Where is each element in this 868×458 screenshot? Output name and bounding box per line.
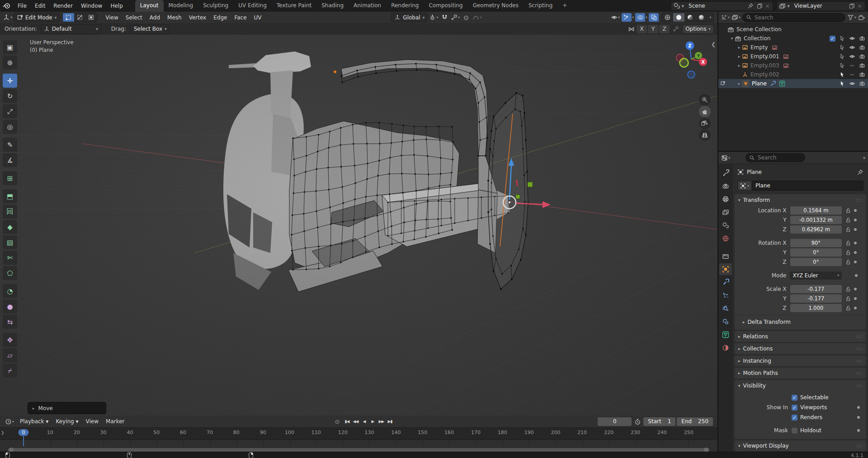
value-field[interactable]: 90° [790, 239, 842, 247]
value-field[interactable]: -0.177 [790, 294, 842, 303]
properties-tab-output[interactable] [719, 193, 732, 205]
show-gizmo-icon[interactable] [622, 13, 632, 22]
pivot-point-icon[interactable]: ▾ [428, 14, 439, 21]
pan-hand-button[interactable] [699, 106, 711, 117]
timeline-editor-icon[interactable]: ▾ [3, 418, 16, 425]
mirror-z-toggle[interactable]: Z [659, 25, 670, 33]
animate-dot-icon[interactable] [854, 209, 857, 212]
camera-view-button[interactable] [699, 117, 711, 129]
current-frame-field[interactable]: 0 [598, 417, 632, 426]
lock-icon[interactable] [845, 249, 851, 256]
extrude-region-tool[interactable]: ⬒ [3, 189, 17, 203]
properties-tab-object-data[interactable] [719, 329, 732, 341]
select-box-tool[interactable]: ▣ [3, 40, 17, 54]
outliner-item-label[interactable]: Collection [744, 35, 770, 42]
lock-icon[interactable] [845, 259, 851, 265]
transform-tool[interactable]: ◎ [3, 120, 17, 134]
lock-icon[interactable] [845, 286, 851, 292]
properties-tab-physics[interactable] [719, 303, 732, 314]
xray-toggle-icon[interactable] [649, 13, 659, 22]
animate-dot-icon[interactable] [857, 406, 860, 409]
expand-icon[interactable]: ▸ [736, 81, 742, 86]
viewport-menu-edge[interactable]: Edge [210, 14, 231, 21]
lock-icon[interactable] [845, 207, 851, 214]
visibility-panel-header[interactable]: ▾ Visibility ∷∷ [735, 381, 866, 391]
outliner-search[interactable]: Search [742, 13, 845, 22]
new-collection-icon[interactable] [858, 14, 866, 21]
workspace-tab-modeling[interactable]: Modeling [164, 0, 198, 12]
frame-end-field[interactable]: End250 [677, 417, 713, 426]
outliner-row-empty-002[interactable]: Empty.002 [718, 70, 868, 79]
mirror-x-toggle[interactable]: X [637, 25, 647, 33]
outliner-item-label[interactable]: Empty [750, 44, 768, 51]
shading-dropdown-icon[interactable]: ▾ [707, 13, 713, 22]
move-tool[interactable]: ✛ [3, 74, 17, 88]
modifier-wrench-icon[interactable] [770, 81, 776, 87]
drag-dots-icon[interactable]: ∷∷ [856, 444, 863, 449]
drag-dots-icon[interactable]: ∷∷ [856, 359, 863, 364]
play-reverse-button[interactable]: ◀ [360, 417, 368, 426]
properties-tab-collection[interactable] [719, 250, 732, 262]
animate-dot-icon[interactable] [854, 219, 857, 221]
mesh-data-icon[interactable] [779, 80, 785, 87]
drag-dots-icon[interactable]: ∷∷ [856, 371, 863, 376]
poly-build-tool[interactable]: ⬠ [3, 266, 17, 280]
animate-dot-icon[interactable] [857, 416, 860, 419]
outliner-row-collection[interactable]: ▾Collection✓ [718, 34, 868, 43]
value-field[interactable]: -0.001332 m [790, 216, 842, 224]
camera-visibility-icon[interactable] [859, 80, 865, 87]
camera-visibility-icon[interactable] [859, 44, 865, 51]
eye-closed-icon[interactable] [849, 62, 855, 69]
eye-icon[interactable] [849, 53, 855, 60]
header-options-icon[interactable]: ▾ [863, 155, 865, 160]
viewport-menu-face[interactable]: Face [231, 14, 250, 21]
region-collapse-icon[interactable]: ❮ [711, 41, 716, 47]
workspace-tab-sculpting[interactable]: Sculpting [198, 0, 233, 12]
outliner-row-empty-003[interactable]: ▸Empty.003 [718, 61, 868, 70]
workspace-tab-geometry-nodes[interactable]: Geometry Nodes [468, 0, 524, 12]
rotation-mode-dropdown[interactable]: XYZ Euler▾ [790, 271, 842, 280]
value-field[interactable]: 0.62962 m [790, 225, 842, 234]
viewport-menu-mesh[interactable]: Mesh [164, 14, 185, 21]
viewport-display-header[interactable]: ▾ Viewport Display ∷∷ [735, 441, 866, 451]
value-field[interactable]: 1.000 [790, 304, 842, 312]
pin-icon[interactable] [747, 3, 754, 9]
eye-closed-icon[interactable] [849, 71, 855, 78]
proportional-falloff-icon[interactable]: ▾ [471, 14, 483, 21]
outliner-item-label[interactable]: Empty.001 [750, 53, 779, 60]
outliner-item-label[interactable]: Empty.003 [750, 62, 779, 69]
lock-icon[interactable] [845, 226, 851, 233]
viewport-menu-select[interactable]: Select [122, 14, 146, 21]
lock-icon[interactable] [845, 305, 851, 311]
transform-orientation[interactable]: Global▾ [391, 13, 428, 22]
shear-tool[interactable]: ▱ [3, 348, 17, 362]
viewport-menu-view[interactable]: View [102, 14, 122, 21]
scene-name[interactable]: Scene [685, 3, 746, 9]
object-name-field[interactable]: ▾ Plane [737, 181, 863, 191]
menu-file[interactable]: File [14, 0, 31, 12]
options-dropdown[interactable]: Options▾ [682, 24, 714, 34]
renders-checkbox[interactable]: ✓ [792, 415, 797, 421]
menu-help[interactable]: Help [106, 0, 127, 12]
knife-tool[interactable]: ✄ [3, 251, 17, 265]
next-keyframe-button[interactable]: ▶▶ [377, 417, 386, 426]
properties-tab-material[interactable] [719, 342, 732, 354]
close-icon[interactable]: × [765, 3, 769, 9]
spin-tool[interactable]: ◔ [3, 284, 17, 298]
view-layer-selector[interactable]: ▾ ViewLayer × [777, 1, 865, 11]
properties-tab-world[interactable] [719, 233, 732, 244]
measure-tool[interactable]: ∡ [3, 153, 17, 167]
menu-window[interactable]: Window [77, 0, 106, 12]
selectability-pointer-icon[interactable] [839, 35, 845, 42]
section-header[interactable]: ▸Collections∷∷ [735, 344, 866, 354]
face-select-icon[interactable] [85, 13, 97, 22]
properties-tab-render[interactable] [719, 180, 732, 192]
show-overlays-icon[interactable] [635, 13, 645, 22]
collapse-icon[interactable]: ▾ [729, 36, 735, 41]
collection-checkbox[interactable]: ✓ [830, 36, 835, 42]
scrollbar-bar[interactable] [8, 448, 709, 452]
mode-selector[interactable]: Edit Mode▾ [14, 13, 60, 22]
region-expand-icon[interactable]: ❯ [1, 430, 5, 435]
properties-tab-object[interactable] [719, 263, 732, 275]
workspace-tab-texture-paint[interactable]: Texture Paint [272, 0, 316, 12]
